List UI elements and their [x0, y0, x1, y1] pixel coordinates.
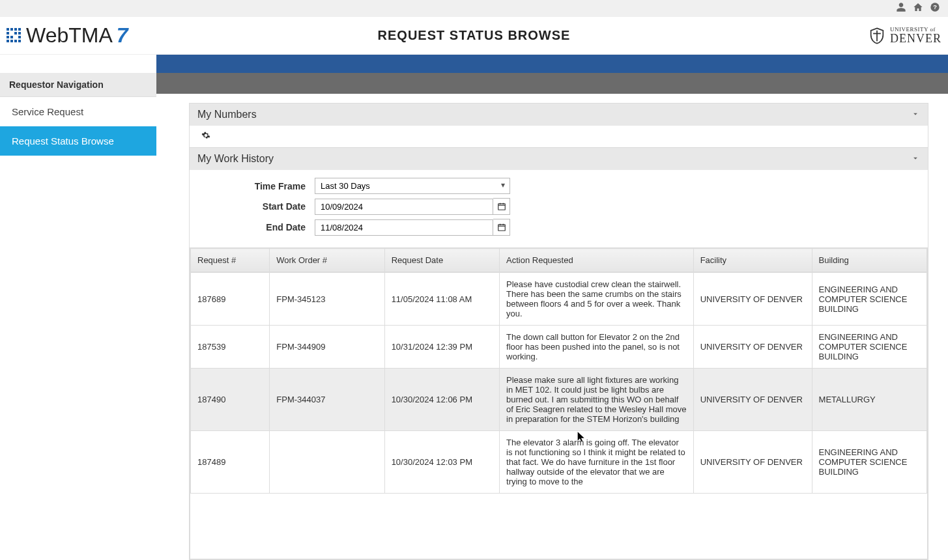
- svg-rect-15: [18, 40, 21, 42]
- timeframe-select[interactable]: Last 30 Days: [315, 178, 510, 194]
- cell-request-date: 10/30/2024 12:06 PM: [384, 369, 499, 431]
- cell-action-requested: The elevator 3 alarm is going off. The e…: [500, 431, 694, 494]
- svg-rect-10: [10, 36, 13, 38]
- sidebar-item-label: Service Request: [12, 106, 83, 117]
- cell-request: 187689: [191, 273, 270, 326]
- table-body-scroll[interactable]: 187689FPM-34512311/05/2024 11:08 AMPleas…: [190, 272, 927, 548]
- col-header-facility[interactable]: Facility: [693, 249, 812, 272]
- cell-facility: UNIVERSITY OF DENVER: [693, 326, 812, 369]
- sidebar-header: Requestor Navigation: [0, 73, 156, 97]
- svg-rect-6: [7, 32, 9, 35]
- cell-facility: UNIVERSITY OF DENVER: [693, 273, 812, 326]
- top-bar: ?: [0, 0, 948, 17]
- end-date-input[interactable]: [315, 219, 493, 236]
- user-icon[interactable]: [896, 2, 906, 16]
- sidebar: Requestor Navigation Service Request Req…: [0, 73, 156, 560]
- blue-bar: [156, 55, 948, 73]
- svg-rect-9: [7, 36, 9, 38]
- chevron-down-icon: [911, 109, 920, 120]
- main-container: Requestor Navigation Service Request Req…: [0, 73, 948, 560]
- cell-request: 187490: [191, 369, 270, 431]
- page-title: REQUEST STATUS BROWSE: [378, 28, 571, 43]
- table-wrap: Request # Work Order # Request Date Acti…: [190, 247, 928, 559]
- panel-title: My Numbers: [197, 109, 257, 120]
- sidebar-item-label: Request Status Browse: [12, 135, 114, 147]
- start-date-label: Start Date: [201, 201, 306, 212]
- svg-text:?: ?: [933, 4, 937, 10]
- end-date-label: End Date: [201, 222, 306, 232]
- cell-building: ENGINEERING AND COMPUTER SCIENCE BUILDIN…: [812, 273, 926, 326]
- help-icon[interactable]: ?: [930, 2, 940, 16]
- start-date-input[interactable]: [315, 199, 493, 215]
- filter-row-end-date: End Date: [201, 219, 916, 236]
- svg-rect-3: [10, 28, 13, 31]
- table-row[interactable]: 18748910/30/2024 12:03 PMThe elevator 3 …: [191, 431, 927, 494]
- svg-rect-8: [18, 32, 21, 35]
- cell-action-requested: Please have custodial crew clean the sta…: [500, 273, 694, 326]
- svg-rect-2: [7, 28, 9, 31]
- end-date-calendar-button[interactable]: [493, 219, 510, 236]
- brand-version: 7: [117, 23, 128, 48]
- svg-rect-4: [14, 28, 17, 31]
- cell-work-order: FPM-345123: [270, 273, 384, 326]
- cell-request-date: 10/30/2024 12:03 PM: [384, 431, 499, 494]
- toolbar-bar: [156, 73, 948, 94]
- cell-action-requested: The down call button for Elevator 2 on t…: [500, 326, 694, 369]
- cell-building: ENGINEERING AND COMPUTER SCIENCE BUILDIN…: [812, 431, 926, 494]
- svg-rect-11: [18, 36, 21, 38]
- data-table-header: Request # Work Order # Request Date Acti…: [190, 248, 927, 272]
- cell-request: 187539: [191, 326, 270, 369]
- cell-work-order: [270, 431, 384, 494]
- panel-my-numbers: My Numbers: [189, 103, 928, 148]
- svg-rect-12: [7, 40, 9, 42]
- panel-header-my-numbers[interactable]: My Numbers: [190, 104, 928, 126]
- content: My Numbers My Work History: [156, 73, 948, 560]
- sidebar-item-service-request[interactable]: Service Request: [0, 97, 156, 126]
- cell-building: METALLURGY: [812, 369, 926, 431]
- sidebar-item-request-status-browse[interactable]: Request Status Browse: [0, 126, 156, 156]
- chevron-down-icon: [911, 154, 920, 165]
- filters: Time Frame Last 30 Days Start Date: [190, 170, 928, 245]
- table-row[interactable]: 187539FPM-34490910/31/2024 12:39 PMThe d…: [191, 326, 927, 369]
- panel-title: My Work History: [197, 153, 274, 165]
- cell-request: 187489: [191, 431, 270, 494]
- svg-rect-16: [498, 204, 505, 210]
- svg-rect-5: [18, 28, 21, 31]
- panel-body-numbers: [190, 126, 928, 147]
- col-header-request-date[interactable]: Request Date: [384, 249, 499, 272]
- header: WebTMA 7 REQUEST STATUS BROWSE UNIVERSIT…: [0, 17, 948, 55]
- cell-work-order: FPM-344037: [270, 369, 384, 431]
- content-inner: My Numbers My Work History: [156, 94, 948, 560]
- univ-bottom-text: DENVER: [890, 33, 941, 44]
- horizontal-scrollbar[interactable]: [190, 548, 927, 559]
- cell-facility: UNIVERSITY OF DENVER: [693, 431, 812, 494]
- cell-work-order: FPM-344909: [270, 326, 384, 369]
- col-header-action-requested[interactable]: Action Requested: [500, 249, 694, 272]
- data-table-body: 187689FPM-34512311/05/2024 11:08 AMPleas…: [190, 272, 927, 494]
- cell-building: ENGINEERING AND COMPUTER SCIENCE BUILDIN…: [812, 326, 926, 369]
- timeframe-label: Time Frame: [201, 181, 306, 191]
- col-header-building[interactable]: Building: [812, 249, 926, 272]
- svg-rect-13: [10, 40, 13, 42]
- filter-row-timeframe: Time Frame Last 30 Days: [201, 178, 916, 194]
- gear-icon[interactable]: [201, 132, 210, 142]
- table-row[interactable]: 187490FPM-34403710/30/2024 12:06 PMPleas…: [191, 369, 927, 431]
- cell-facility: UNIVERSITY OF DENVER: [693, 369, 812, 431]
- brand-text: WebTMA: [26, 23, 113, 48]
- brand-icon: [7, 28, 22, 44]
- cell-request-date: 10/31/2024 12:39 PM: [384, 326, 499, 369]
- university-logo: UNIVERSITY of DENVER: [868, 27, 941, 45]
- col-header-work-order[interactable]: Work Order #: [270, 249, 384, 272]
- table-row[interactable]: 187689FPM-34512311/05/2024 11:08 AMPleas…: [191, 273, 927, 326]
- panel-work-history: My Work History Time Frame Last 30 Days: [189, 148, 928, 560]
- start-date-calendar-button[interactable]: [493, 198, 510, 215]
- calendar-icon: [497, 223, 506, 232]
- cell-request-date: 11/05/2024 11:08 AM: [384, 273, 499, 326]
- home-icon[interactable]: [913, 2, 923, 16]
- brand-logo: WebTMA 7: [7, 23, 128, 48]
- shield-icon: [868, 27, 886, 45]
- col-header-request[interactable]: Request #: [191, 249, 270, 272]
- filter-row-start-date: Start Date: [201, 198, 916, 215]
- panel-header-work-history[interactable]: My Work History: [190, 148, 928, 170]
- calendar-icon: [497, 202, 506, 211]
